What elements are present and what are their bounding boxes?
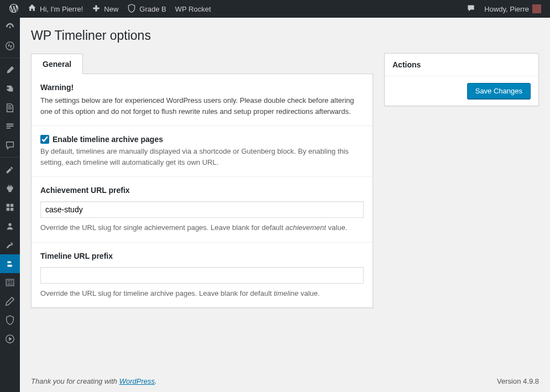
menu-etc1[interactable]: [0, 198, 20, 217]
menu-plugins[interactable]: [0, 179, 20, 198]
svg-point-5: [8, 223, 11, 226]
menu-forms[interactable]: [0, 117, 20, 136]
footer: Thank you for creating with WordPress. V…: [31, 377, 539, 385]
archive-section: Enable timeline archive pages By default…: [32, 126, 373, 177]
content-area: WP Timeliner options General Warning! Th…: [20, 18, 550, 392]
footer-thanks: Thank you for creating with WordPress.: [31, 377, 157, 385]
achievement-label: Achievement URL prefix: [40, 186, 364, 195]
achievement-section: Achievement URL prefix Override the URL …: [32, 177, 373, 243]
svg-rect-4: [11, 208, 13, 211]
footer-version: Version 4.9.8: [497, 377, 539, 385]
grade-label: Grade B: [139, 5, 166, 13]
hf-icon: Hf: [6, 279, 14, 286]
menu-feedback[interactable]: [0, 136, 20, 155]
achievement-input[interactable]: [40, 201, 364, 218]
svg-rect-2: [11, 204, 13, 207]
timeline-desc: Override the URL slug for timeline archi…: [40, 288, 364, 299]
comments-link[interactable]: [462, 0, 480, 18]
menu-edit[interactable]: [0, 292, 20, 311]
menu-users[interactable]: [0, 217, 20, 236]
menu-hf[interactable]: Hf: [0, 273, 20, 292]
wprocket-label: WP Rocket: [175, 5, 211, 13]
warning-heading: Warning!: [40, 83, 364, 92]
menu-security[interactable]: [0, 311, 20, 330]
tab-general[interactable]: General: [31, 54, 83, 74]
menu-media[interactable]: [0, 80, 20, 98]
menu-pages[interactable]: [0, 98, 20, 117]
settings-panel: Warning! The settings below are for expe…: [31, 74, 373, 308]
wordpress-icon: [9, 3, 19, 15]
admin-bar: Hi, I'm Pierre! New Grade B WP Rocket Ho…: [0, 0, 550, 18]
menu-separator: [0, 155, 20, 158]
save-button[interactable]: Save Changes: [467, 83, 531, 99]
grade-link[interactable]: Grade B: [123, 0, 170, 18]
page-title: WP Timeliner options: [31, 23, 539, 53]
admin-sidebar: Hf: [0, 18, 20, 392]
wp-logo[interactable]: [4, 0, 23, 18]
actions-box: Actions Save Changes: [384, 53, 539, 106]
avatar: [532, 4, 541, 13]
menu-dashboard[interactable]: [0, 18, 20, 36]
new-content[interactable]: New: [87, 0, 123, 18]
plus-icon: [92, 4, 101, 14]
archive-label[interactable]: Enable timeline archive pages: [53, 135, 163, 144]
wprocket-link[interactable]: WP Rocket: [171, 0, 216, 18]
archive-desc: By default, timelines are manually displ…: [40, 146, 364, 168]
my-account[interactable]: Howdy, Pierre: [480, 0, 546, 18]
tab-bar: General: [31, 53, 373, 74]
svg-rect-3: [7, 208, 9, 211]
menu-video[interactable]: [0, 330, 20, 348]
menu-posts[interactable]: [0, 61, 20, 80]
timeline-input[interactable]: [40, 267, 364, 284]
new-label: New: [104, 5, 118, 13]
menu-appearance[interactable]: [0, 160, 20, 179]
site-link[interactable]: Hi, I'm Pierre!: [23, 0, 87, 18]
menu-separator: [0, 55, 20, 58]
menu-jetpack[interactable]: [0, 36, 20, 55]
timeline-label: Timeline URL prefix: [40, 252, 364, 260]
achievement-desc: Override the URL slug for single achieve…: [40, 222, 364, 233]
howdy-text: Howdy, Pierre: [484, 5, 529, 13]
menu-tools[interactable]: [0, 236, 20, 254]
shield-icon: [127, 4, 136, 14]
warning-text: The settings below are for experienced W…: [40, 95, 364, 117]
svg-point-0: [6, 42, 14, 50]
site-name: Hi, I'm Pierre!: [40, 5, 83, 13]
comment-icon: [467, 4, 475, 14]
warning-section: Warning! The settings below are for expe…: [32, 74, 373, 126]
home-icon: [28, 4, 36, 14]
menu-timeliner[interactable]: [0, 254, 20, 273]
timeline-section: Timeline URL prefix Override the URL slu…: [32, 243, 373, 308]
wordpress-link[interactable]: WordPress: [119, 377, 155, 385]
svg-rect-1: [7, 204, 9, 207]
actions-heading: Actions: [385, 54, 538, 76]
main-column: General Warning! The settings below are …: [31, 53, 373, 308]
sidebar-column: Actions Save Changes: [384, 53, 539, 106]
archive-checkbox[interactable]: [40, 135, 49, 144]
